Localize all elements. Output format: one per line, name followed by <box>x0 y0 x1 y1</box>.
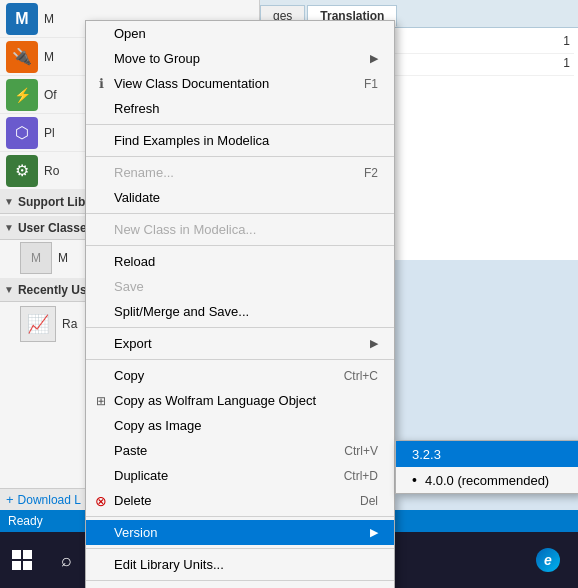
menu-label-paste: Paste <box>114 443 314 458</box>
menu-item-copy-wolfram[interactable]: ⊞ Copy as Wolfram Language Object <box>86 388 394 413</box>
menu-item-export[interactable]: Export ▶ <box>86 331 394 356</box>
menu-label-move-to-group: Move to Group <box>114 51 370 66</box>
menu-item-validate[interactable]: Validate <box>86 185 394 210</box>
menu-item-view-doc[interactable]: ℹ View Class Documentation F1 <box>86 71 394 96</box>
submenu-item-v400[interactable]: • 4.0.0 (recommended) <box>396 467 578 493</box>
separator-1 <box>86 124 394 125</box>
shortcut-del: Del <box>360 494 378 508</box>
menu-item-duplicate[interactable]: Duplicate Ctrl+D <box>86 463 394 488</box>
menu-item-copy-image[interactable]: Copy as Image <box>86 413 394 438</box>
menu-item-open[interactable]: Open <box>86 21 394 46</box>
menu-item-new-class[interactable]: New Class in Modelica... <box>86 217 394 242</box>
delete-icon: ⊗ <box>92 492 110 510</box>
wolfram-icon: ⊞ <box>92 392 110 410</box>
right-value-1: 1 <box>563 34 570 51</box>
sidebar-icon-4: ⬡ <box>6 117 38 149</box>
download-icon: + <box>6 492 14 507</box>
version-submenu: 3.2.3 • 4.0.0 (recommended) <box>395 440 578 494</box>
search-button[interactable]: ⌕ <box>44 532 88 588</box>
shortcut-f2: F2 <box>364 166 378 180</box>
user-classes-title: User Classes <box>18 221 93 235</box>
menu-item-copy[interactable]: Copy Ctrl+C <box>86 363 394 388</box>
edge-icon-label: e <box>544 552 552 568</box>
shortcut-ctrl-c: Ctrl+C <box>344 369 378 383</box>
menu-label-export: Export <box>114 336 370 351</box>
sidebar-icon-5: ⚙ <box>6 155 38 187</box>
chevron-down-icon-3: ▼ <box>4 284 14 295</box>
chevron-down-icon: ▼ <box>4 196 14 207</box>
menu-label-view-doc: View Class Documentation <box>114 76 334 91</box>
sidebar-icon-2: 🔌 <box>6 41 38 73</box>
menu-item-paste[interactable]: Paste Ctrl+V <box>86 438 394 463</box>
menu-label-rename: Rename... <box>114 165 334 180</box>
chevron-down-icon-2: ▼ <box>4 222 14 233</box>
sidebar-label-2: M <box>44 50 54 64</box>
recently-icon: 📈 <box>20 306 56 342</box>
recently-label: Ra <box>62 317 77 331</box>
submenu-label-v400: 4.0.0 (recommended) <box>425 473 563 488</box>
submenu-item-v323[interactable]: 3.2.3 <box>396 441 578 467</box>
menu-item-properties[interactable]: Properties... Alt+Return <box>86 584 394 588</box>
user-class-icon: M <box>20 242 52 274</box>
edge-browser-button[interactable]: e <box>526 532 570 588</box>
separator-3 <box>86 213 394 214</box>
separator-2 <box>86 156 394 157</box>
download-label[interactable]: Download L <box>18 493 81 507</box>
recently-used-title: Recently Use <box>18 283 93 297</box>
menu-item-find-examples[interactable]: Find Examples in Modelica <box>86 128 394 153</box>
recently-icon-symbol: 📈 <box>27 313 49 335</box>
sidebar-icon-1: M <box>6 3 38 35</box>
taskbar-right-area: e <box>526 532 578 588</box>
submenu-label-v323: 3.2.3 <box>412 447 563 462</box>
menu-item-split-merge[interactable]: Split/Merge and Save... <box>86 299 394 324</box>
sidebar-icon-label-1: M <box>15 10 28 28</box>
sidebar-icon-label-4: ⬡ <box>15 123 29 142</box>
submenu-arrow-icon: ▶ <box>370 52 378 65</box>
shortcut-f1: F1 <box>364 77 378 91</box>
menu-item-rename[interactable]: Rename... F2 <box>86 160 394 185</box>
menu-item-reload[interactable]: Reload <box>86 249 394 274</box>
menu-item-version[interactable]: Version ▶ <box>86 520 394 545</box>
sidebar-icon-label-5: ⚙ <box>15 161 29 180</box>
sidebar-label-1: M <box>44 12 54 26</box>
menu-item-refresh[interactable]: Refresh <box>86 96 394 121</box>
separator-6 <box>86 359 394 360</box>
menu-label-refresh: Refresh <box>114 101 378 116</box>
menu-label-save: Save <box>114 279 378 294</box>
separator-4 <box>86 245 394 246</box>
menu-item-edit-library[interactable]: Edit Library Units... <box>86 552 394 577</box>
sidebar-label-3: Of <box>44 88 57 102</box>
user-class-icon-symbol: M <box>31 251 41 265</box>
sidebar-icon-label-2: 🔌 <box>12 47 32 66</box>
shortcut-ctrl-d: Ctrl+D <box>344 469 378 483</box>
menu-label-new-class: New Class in Modelica... <box>114 222 378 237</box>
menu-label-copy-wolfram: Copy as Wolfram Language Object <box>114 393 378 408</box>
menu-label-duplicate: Duplicate <box>114 468 314 483</box>
separator-7 <box>86 516 394 517</box>
separator-5 <box>86 327 394 328</box>
start-button[interactable] <box>0 532 44 588</box>
menu-item-delete[interactable]: ⊗ Delete Del <box>86 488 394 513</box>
user-class-label: M <box>58 251 68 265</box>
search-icon: ⌕ <box>61 550 72 571</box>
menu-item-move-to-group[interactable]: Move to Group ▶ <box>86 46 394 71</box>
menu-item-save[interactable]: Save <box>86 274 394 299</box>
separator-9 <box>86 580 394 581</box>
sidebar-label-4: Pl <box>44 126 55 140</box>
info-icon: ℹ <box>92 75 110 93</box>
menu-label-version: Version <box>114 525 370 540</box>
edge-icon: e <box>536 548 560 572</box>
menu-label-find-examples: Find Examples in Modelica <box>114 133 378 148</box>
sidebar-icon-3: ⚡ <box>6 79 38 111</box>
menu-label-edit-library: Edit Library Units... <box>114 557 378 572</box>
status-text: Ready <box>8 514 43 528</box>
windows-logo-icon <box>12 550 32 570</box>
menu-label-reload: Reload <box>114 254 378 269</box>
sidebar-label-5: Ro <box>44 164 59 178</box>
export-arrow-icon: ▶ <box>370 337 378 350</box>
sidebar-icon-label-3: ⚡ <box>14 87 31 103</box>
shortcut-ctrl-v: Ctrl+V <box>344 444 378 458</box>
menu-label-validate: Validate <box>114 190 378 205</box>
menu-label-open: Open <box>114 26 378 41</box>
context-menu: Open Move to Group ▶ ℹ View Class Docume… <box>85 20 395 588</box>
